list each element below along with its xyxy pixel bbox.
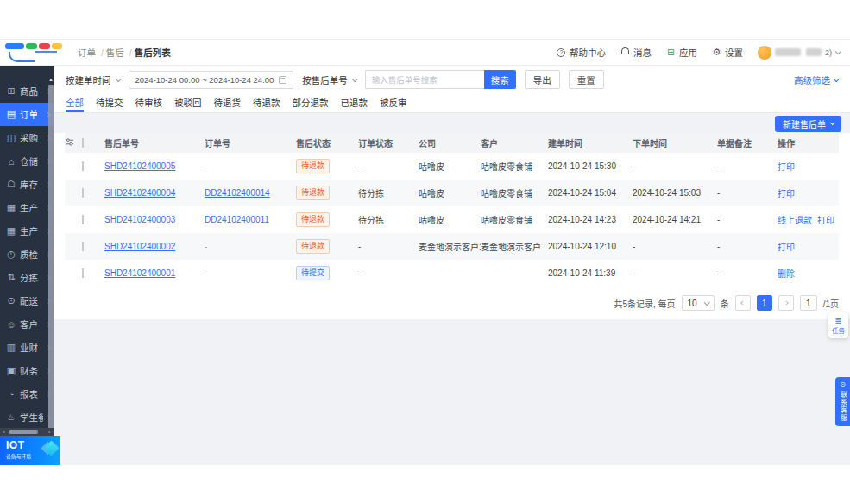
row-checkbox[interactable] (82, 242, 84, 251)
page-jump-input[interactable]: 1 (800, 295, 817, 311)
row-action-link[interactable]: 打印 (817, 216, 834, 225)
top-bar: 订单售后售后列表 ? 帮助中心 消息 ⊞ 应用 (0, 40, 850, 66)
sidebar-item[interactable]: ⌂ 仓储 (0, 149, 54, 173)
header-action[interactable]: 消息 (620, 46, 652, 59)
header-action[interactable]: ? 帮助中心 (557, 46, 606, 59)
order-no-link[interactable]: - (205, 268, 207, 278)
row-checkbox[interactable] (82, 161, 84, 171)
contact-service-button[interactable]: ⊙ 联系客服 (835, 377, 850, 426)
export-button[interactable]: 导出 (525, 70, 560, 89)
search-field-select[interactable]: 按售后单号 (302, 73, 356, 86)
status-tab[interactable]: 待审核 (135, 93, 163, 112)
row-checkbox[interactable] (82, 215, 84, 224)
sidebar-item[interactable]: ☺ 客户 (0, 312, 54, 336)
status-tab[interactable]: 被反审 (380, 93, 407, 112)
aftersale-no-link[interactable]: SHD24102400003 (104, 215, 175, 224)
status-tab[interactable]: 部分退款 (293, 93, 329, 112)
task-panel-button[interactable]: ≣ 任务 (828, 312, 848, 338)
breadcrumb-item[interactable]: 售后列表 (135, 46, 171, 59)
status-badge: 待退款 (296, 239, 330, 254)
breadcrumb-item[interactable]: 订单 (78, 46, 106, 59)
sidebar-item[interactable]: ▥ 业财 (0, 336, 54, 359)
order-no-link[interactable]: DD24102400011 (205, 215, 269, 224)
main-content: 按建单时间 2024-10-24 00:00 ~ 2024-10-24 24:0… (54, 66, 850, 465)
next-page-button[interactable] (778, 295, 794, 311)
reset-button[interactable]: 重置 (569, 70, 604, 89)
scroll-left-icon[interactable]: ◂ (0, 428, 7, 436)
page-size-select[interactable]: 10 (682, 295, 715, 311)
row-checkbox[interactable] (82, 268, 84, 278)
sidebar-item[interactable]: ⊙ 配送 (0, 289, 54, 312)
sidebar-item[interactable]: ⊞ 商品 (0, 79, 54, 103)
aftersale-no-link[interactable]: SHD24102400002 (104, 242, 175, 251)
sidebar-item-icon: ▤ (6, 109, 16, 120)
select-all-checkbox[interactable] (82, 138, 84, 148)
aftersale-no-link[interactable]: SHD24102400004 (104, 188, 175, 198)
sidebar-item[interactable]: ◷ 质检 (0, 243, 54, 266)
status-tab[interactable]: 待退货 (214, 93, 242, 112)
order-no-link[interactable]: - (205, 161, 207, 171)
row-action-link[interactable]: 打印 (778, 189, 795, 198)
sidebar-item[interactable]: ☖ 库存 (0, 173, 54, 196)
order-no-link[interactable]: DD24102400014 (205, 188, 270, 198)
advanced-filter-toggle[interactable]: 高级筛选 (794, 73, 838, 86)
column-header: 下单时间 (633, 136, 717, 149)
order-no-link[interactable]: - (205, 242, 207, 251)
new-aftersale-button[interactable]: 新建售后单 (775, 116, 841, 132)
header-action-icon: ⊞ (666, 47, 676, 57)
user-menu[interactable]: 2) (758, 46, 840, 60)
breadcrumb: 订单售后售后列表 (78, 46, 171, 59)
status-tab[interactable]: 被驳回 (174, 93, 202, 112)
status-tab[interactable]: 已退款 (341, 93, 368, 112)
header-action[interactable]: ⊞ 应用 (666, 46, 697, 59)
iot-module-banner[interactable]: IOT 设备与环境 (0, 436, 60, 465)
prev-page-button[interactable] (735, 295, 751, 311)
status-tab[interactable]: 待提交 (96, 93, 123, 112)
row-action-link[interactable]: 删除 (778, 269, 795, 279)
row-checkbox[interactable] (82, 188, 84, 198)
create-time-cell: 2024-10-24 15:30 (548, 161, 633, 171)
table-toolbar: 新建售后单 (54, 113, 850, 132)
logo (0, 40, 69, 66)
chevron-down-icon (834, 76, 840, 82)
status-tab[interactable]: 待退款 (253, 93, 280, 112)
status-tab[interactable]: 全部 (66, 93, 84, 112)
sidebar-horizontal-scrollbar[interactable]: ◂ ▸ (0, 428, 54, 436)
order-time-cell: - (633, 268, 717, 278)
row-action-link[interactable]: 打印 (778, 243, 795, 252)
sidebar-vertical-scrollbar[interactable] (48, 85, 54, 461)
column-settings-icon[interactable] (65, 137, 82, 148)
aftersale-no-link[interactable]: SHD24102400001 (104, 268, 175, 278)
remark-cell: - (717, 268, 778, 278)
sidebar-item[interactable]: ▦ 生产 (0, 219, 54, 243)
time-field-select[interactable]: 按建单时间 (66, 73, 120, 86)
sidebar-item[interactable]: ⇅ 分拣 (0, 266, 54, 289)
page-size-unit: 条 (721, 297, 729, 310)
sidebar-item[interactable]: ◔ 报表 (0, 382, 54, 406)
header-action[interactable]: ⚙ 设置 (712, 46, 743, 59)
order-status-cell: - (358, 242, 419, 251)
sidebar-item[interactable]: ▦ 生产 (0, 196, 54, 219)
search-input[interactable] (365, 70, 484, 89)
sidebar-item[interactable]: ▣ 财务 (0, 359, 54, 382)
current-page-button[interactable]: 1 (757, 295, 772, 311)
chevron-down-icon (115, 76, 121, 82)
row-action-link[interactable]: 线上退款 (778, 216, 812, 225)
sidebar-item[interactable]: ♨ 学生餐 (0, 406, 54, 429)
aftersale-table-card: 售后单号订单号售后状态订单状态公司客户建单时间下单时间单据备注操作 SHD241… (54, 133, 850, 319)
sidebar-item[interactable]: ▤ 订单 (0, 103, 54, 126)
sidebar-item[interactable]: ◫ 采购 (0, 126, 54, 149)
app-window: 订单售后售后列表 ? 帮助中心 消息 ⊞ 应用 (0, 39, 850, 465)
breadcrumb-item[interactable]: 售后 (106, 46, 135, 59)
date-range-input[interactable]: 2024-10-24 00:00 ~ 2024-10-24 24:00 (129, 71, 294, 89)
aftersale-no-link[interactable]: SHD24102400005 (104, 161, 175, 171)
column-header: 售后单号 (104, 136, 205, 149)
customer-cell: 咕噜皮零食铺 (481, 213, 548, 226)
topbar-actions: ? 帮助中心 消息 ⊞ 应用 ⚙ 设置 (557, 46, 850, 60)
scroll-right-icon[interactable]: ▸ (47, 428, 54, 436)
scrollbar-thumb[interactable] (9, 430, 38, 434)
customer-cell: 咕噜皮零食铺 (481, 160, 548, 173)
row-action-link[interactable]: 打印 (778, 162, 795, 172)
sidebar-scroll-up-icon[interactable]: ▲ (48, 77, 54, 83)
search-button[interactable]: 搜索 (484, 70, 516, 89)
